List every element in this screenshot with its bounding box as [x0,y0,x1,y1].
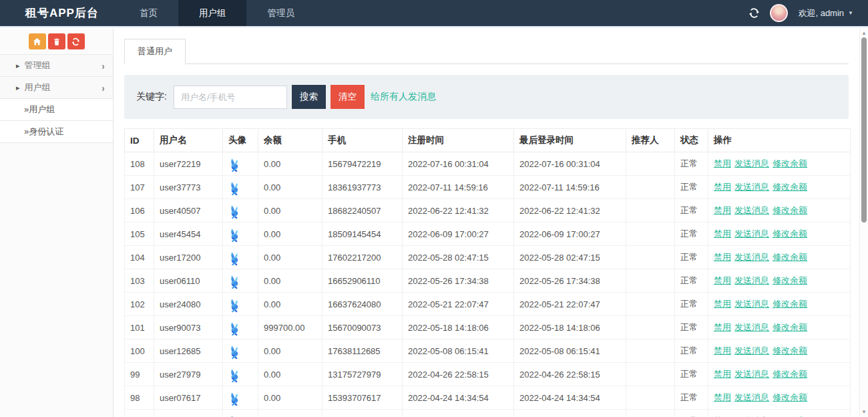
triangle-icon: ▸ [16,61,20,70]
cell-avatar [223,152,258,176]
cell-status: 正常 [675,363,708,386]
cell-avatar [223,246,258,269]
sidebar-menu: 设置›用户管理›▸管理组›▸用户组›»用户组»身份认证内容管理›资金记录提现管理… [0,55,113,143]
nav-item-1[interactable]: 用户组 [178,0,247,26]
send-message-link[interactable]: 发送消息 [734,275,769,285]
user-avatar[interactable] [770,4,788,22]
search-panel: 关键字: 搜索 清空 给所有人发消息 [124,75,849,119]
modify-balance-link[interactable]: 修改余额 [773,182,807,192]
disable-link[interactable]: 禁用 [714,205,731,215]
cell-id: 106 [125,199,154,223]
cell-operations: 禁用发送消息修改余额 [708,152,851,176]
cell-username: user12685 [154,339,223,363]
cell-status: 正常 [675,246,708,269]
cell-avatar [223,199,258,223]
modify-balance-link[interactable]: 修改余额 [773,252,807,262]
cell-registered: 2022-06-22 12:41:32 [403,199,514,223]
cell-phone: 16652906110 [322,269,403,293]
cell-id: 104 [125,246,154,269]
send-message-link[interactable]: 发送消息 [734,322,769,332]
trash-button[interactable] [48,33,65,49]
nav-item-2[interactable]: 管理员 [246,0,315,26]
main-content: 普通用户 关键字: 搜索 清空 给所有人发消息 ID用户名头像余额手机注册时间最… [114,29,859,417]
send-message-link[interactable]: 发送消息 [734,158,769,168]
cell-referrer [626,410,675,417]
modify-balance-link[interactable]: 修改余额 [773,392,807,402]
disable-link[interactable]: 禁用 [714,275,731,285]
modify-balance-link[interactable]: 修改余额 [773,158,807,168]
scroll-down-icon[interactable]: ▼ [860,409,868,415]
cell-operations: 禁用发送消息修改余额 [708,386,851,410]
cell-last-login: 2022-04-26 22:58:15 [514,363,626,386]
cell-last-login: 2022-06-22 12:41:32 [514,199,626,223]
send-message-link[interactable]: 发送消息 [734,369,769,379]
sidebar-item-用户组[interactable]: ▸用户组› [0,77,113,99]
disable-link[interactable]: 禁用 [714,345,731,356]
search-button[interactable]: 搜索 [292,85,326,109]
disable-link[interactable]: 禁用 [714,299,731,309]
refresh-icon[interactable] [748,7,760,19]
cell-username: user40507 [154,199,223,223]
cell-balance: 0.00 [258,339,322,363]
welcome-dropdown[interactable]: 欢迎, admin ▼ [798,7,853,19]
blue-rabbit-avatar-icon [228,345,252,360]
disable-link[interactable]: 禁用 [714,182,731,192]
modify-balance-link[interactable]: 修改余额 [773,275,807,285]
send-message-link[interactable]: 发送消息 [734,345,769,356]
send-message-link[interactable]: 发送消息 [734,392,769,402]
modify-balance-link[interactable]: 修改余额 [773,229,807,239]
disable-link[interactable]: 禁用 [714,158,731,168]
modify-balance-link[interactable]: 修改余额 [773,299,807,309]
cell-balance: 0.00 [258,269,322,293]
vertical-scrollbar[interactable]: ▲ ▼ [859,29,868,417]
disable-link[interactable]: 禁用 [714,229,731,239]
cell-operations: 禁用发送消息修改余额 [708,246,851,269]
send-message-link[interactable]: 发送消息 [734,252,769,262]
disable-link[interactable]: 禁用 [714,252,731,262]
home-button[interactable] [29,33,46,49]
scroll-up-icon[interactable]: ▲ [860,30,868,36]
clear-button[interactable]: 清空 [331,85,365,109]
cell-referrer [626,339,675,363]
cell-referrer [626,176,675,199]
blue-rabbit-avatar-icon [228,298,252,313]
cell-phone: 18361937773 [322,176,403,199]
cell-referrer [626,246,675,269]
nav-item-0[interactable]: 首页 [119,0,178,26]
modify-balance-link[interactable]: 修改余额 [773,205,807,215]
disable-link[interactable]: 禁用 [714,392,731,402]
cell-registered: 2022-05-21 22:07:47 [403,293,514,316]
cell-last-login: 2022-07-11 14:59:16 [514,176,626,199]
modify-balance-link[interactable]: 修改余额 [773,369,807,379]
cell-phone: 15679472219 [322,152,403,176]
sidebar-item-label: 用户组 [25,82,51,94]
cell-operations: 禁用发送消息修改余额 [708,293,851,316]
cell-username: user37773 [154,176,223,199]
chevron-right-icon: › [102,61,105,71]
cell-registered: 2022-05-08 06:15:41 [403,339,514,363]
cell-avatar [223,223,258,246]
sync-button[interactable] [67,33,85,49]
cell-last-login [514,410,626,417]
cell-avatar [223,363,258,386]
send-message-link[interactable]: 发送消息 [734,299,769,309]
sidebar-item-管理组[interactable]: ▸管理组› [0,55,113,77]
send-message-link[interactable]: 发送消息 [734,205,769,215]
cell-phone: 18682240507 [322,199,403,223]
search-input[interactable] [174,86,287,109]
tab-normal-users[interactable]: 普通用户 [124,39,186,64]
scrollbar-thumb[interactable] [861,37,867,223]
cell-avatar [223,339,258,363]
table-row: 98user076170.00153937076172022-04-24 14:… [125,386,851,410]
send-message-link[interactable]: 发送消息 [734,182,769,192]
disable-link[interactable]: 禁用 [714,322,731,332]
modify-balance-link[interactable]: 修改余额 [773,345,807,356]
sidebar-item-身份认证[interactable]: »身份认证 [0,121,113,143]
broadcast-message-link[interactable]: 给所有人发消息 [371,91,436,103]
table-row: 102user240800.00166376240802022-05-21 22… [125,293,851,316]
send-message-link[interactable]: 发送消息 [734,229,769,239]
disable-link[interactable]: 禁用 [714,369,731,379]
cell-last-login: 2022-04-24 14:34:54 [514,386,626,410]
sidebar-item-用户组[interactable]: »用户组 [0,99,113,121]
modify-balance-link[interactable]: 修改余额 [773,322,807,332]
